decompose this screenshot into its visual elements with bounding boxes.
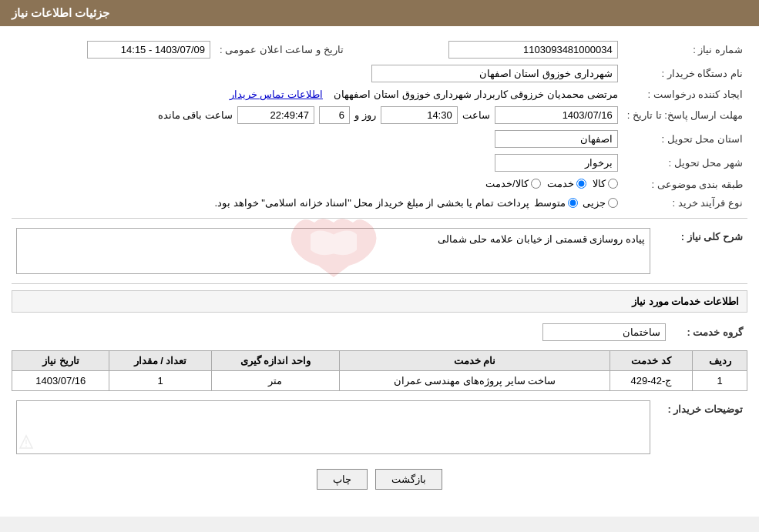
ostan-label: استان محل تحویل : (623, 127, 747, 151)
nooe-jozei-label: جزیی (583, 197, 606, 209)
tozihat-table: توضیحات خریدار : (12, 397, 747, 457)
nooe-farayand-cell: جزیی متوسط پرداخت تمام یا بخشی از مبلغ خ… (12, 194, 623, 212)
tabaqe-kala-radio[interactable] (608, 179, 618, 189)
ijad-cell: مرتضی محمدیان خرزوقی کاربردار شهرداری خو… (12, 85, 623, 103)
tabaqe-khedmat-radio[interactable] (576, 179, 586, 189)
col-tedad: تعداد / مقدار (109, 351, 211, 371)
info-table: شماره نیاز : 1103093481000034 تاریخ و سا… (12, 38, 747, 212)
mohlat-time-label: ساعت (462, 109, 490, 121)
services-table-head: ردیف کد خدمت نام خدمت واحد اندازه گیری ت… (12, 351, 747, 371)
nooe-jozei: جزیی (583, 197, 618, 209)
grohe-value: ساختمان (542, 323, 666, 341)
bottom-buttons: بازگشت چاپ (12, 469, 747, 505)
tozihat-watermark (18, 434, 34, 452)
nam-dastgah-label: نام دستگاه خریدار : (623, 62, 747, 85)
shahr-cell: برخوار (12, 151, 623, 175)
tarikh-cell: 1403/07/09 - 14:15 (12, 38, 215, 62)
tabaqe-kala: کالا (593, 178, 618, 189)
table-cell-tedad: 1 (109, 371, 211, 391)
ostan-cell: اصفهان (12, 127, 623, 151)
sharh-table: شرح کلی نیاز : پیاده روسازی قسمتی از خیا… (12, 225, 747, 277)
tabaqe-kala-khedmat: کالا/خدمت (485, 178, 541, 189)
tozihat-row: توضیحات خریدار : (12, 397, 747, 457)
tabaqe-khedmat: خدمت (547, 178, 586, 189)
ostan-value: اصفهان (495, 130, 618, 148)
print-button[interactable]: چاپ (317, 469, 368, 490)
tabaqe-cell: کالا خدمت کالا/خدمت (12, 175, 623, 194)
grohe-cell: ساختمان (12, 320, 670, 344)
nam-dastgah-cell: شهرداری خوزوق استان اصفهان (12, 62, 623, 85)
tarikh-value: 1403/07/09 - 14:15 (87, 41, 210, 59)
shomara-niaz-value: 1103093481000034 (448, 41, 618, 59)
contact-link[interactable]: اطلاعات تماس خریدار (230, 89, 323, 100)
tabaqe-khedmat-label: خدمت (547, 178, 574, 189)
shahr-label: شهر محل تحویل : (623, 151, 747, 175)
col-radif: ردیف (693, 351, 747, 371)
svg-marker-0 (20, 436, 32, 448)
nooe-farayand-label: نوع فرآیند خرید : (623, 194, 747, 212)
nooe-motavaset-radio[interactable] (568, 198, 578, 208)
mohlat-remaining: 22:49:47 (237, 106, 314, 124)
divider-2 (12, 283, 747, 284)
nam-dastgah-value: شهرداری خوزوق استان اصفهان (371, 65, 618, 82)
row-nooe-farayand: نوع فرآیند خرید : جزیی متوسط پرداخت (12, 194, 747, 212)
tozihat-label: توضیحات خریدار : (655, 397, 747, 457)
page-wrapper: جزئیات اطلاعات نیاز شماره نیاز : 1103093… (0, 0, 759, 517)
table-row: 1ج-42-429ساخت سایر پروژه‌های مهندسی عمرا… (12, 371, 747, 391)
nooe-farayand-row: جزیی متوسط پرداخت تمام یا بخشی از مبلغ خ… (16, 197, 618, 209)
nooe-motavaset-label: متوسط (534, 197, 566, 209)
mohlat-remaining-label: ساعت باقی مانده (158, 109, 233, 121)
grohe-label: گروه خدمت : (670, 320, 747, 344)
timer-row: 1403/07/16 ساعت 14:30 روز و 6 22:49:47 س… (16, 106, 618, 124)
mohlat-days: 6 (319, 106, 350, 124)
nooe-motavaset: متوسط (534, 197, 578, 209)
watermark (272, 212, 395, 291)
mohlat-days-label: روز و (354, 109, 376, 121)
row-ostan: استان محل تحویل : اصفهان (12, 127, 747, 151)
tozihat-box (16, 400, 650, 454)
grohe-table: گروه خدمت : ساختمان (12, 320, 747, 344)
sharh-row: شرح کلی نیاز : پیاده روسازی قسمتی از خیا… (12, 225, 747, 277)
back-button[interactable]: بازگشت (375, 469, 442, 490)
sharh-label: شرح کلی نیاز : (655, 225, 747, 277)
mohlat-date: 1403/07/16 (495, 106, 618, 124)
services-header-row: ردیف کد خدمت نام خدمت واحد اندازه گیری ت… (12, 351, 747, 371)
nooe-jozei-radio[interactable] (608, 198, 618, 208)
row-shahr: شهر محل تحویل : برخوار (12, 151, 747, 175)
page-title: جزئیات اطلاعات نیاز (12, 6, 109, 19)
row-shomara-tarikh: شماره نیاز : 1103093481000034 تاریخ و سا… (12, 38, 747, 62)
col-nam: نام خدمت (340, 351, 610, 371)
table-cell-radif: 1 (693, 371, 747, 391)
table-cell-vahed: متر (211, 371, 340, 391)
tabaqe-kala-khedmat-label: کالا/خدمت (485, 178, 529, 189)
sharh-value: پیاده روسازی قسمتی از خیابان علامه حلی ش… (438, 233, 645, 245)
mohlat-cell: 1403/07/16 ساعت 14:30 روز و 6 22:49:47 س… (12, 103, 623, 127)
row-mohlat: مهلت ارسال پاسخ: تا تاریخ : 1403/07/16 س… (12, 103, 747, 127)
ijad-value: مرتضی محمدیان خرزوقی کاربردار شهرداری خو… (334, 89, 617, 100)
sharh-cell: پیاده روسازی قسمتی از خیابان علامه حلی ش… (12, 225, 655, 277)
table-cell-kod: ج-42-429 (610, 371, 693, 391)
services-table: ردیف کد خدمت نام خدمت واحد اندازه گیری ت… (12, 350, 747, 391)
tabaqe-kala-label: کالا (593, 178, 606, 189)
main-content: شماره نیاز : 1103093481000034 تاریخ و سا… (0, 26, 759, 517)
nooe-farayand-desc: پرداخت تمام یا بخشی از مبلغ خریداز محل "… (215, 197, 529, 209)
mohlat-time: 14:30 (381, 106, 458, 124)
svg-point-2 (25, 446, 27, 447)
ijad-label: ایجاد کننده درخواست : (623, 85, 747, 103)
table-cell-tarikh: 1403/07/16 (12, 371, 109, 391)
sharh-description-box: پیاده روسازی قسمتی از خیابان علامه حلی ش… (16, 228, 650, 274)
col-vahed: واحد اندازه گیری (211, 351, 340, 371)
shomara-niaz-label: شماره نیاز : (623, 38, 747, 62)
col-tarikh: تاریخ نیاز (12, 351, 109, 371)
row-nam-dastgah: نام دستگاه خریدار : شهرداری خوزوق استان … (12, 62, 747, 85)
page-header: جزئیات اطلاعات نیاز (0, 0, 759, 26)
shahr-value: برخوار (495, 154, 618, 172)
divider-1 (12, 218, 747, 219)
shomara-niaz-cell: 1103093481000034 (348, 38, 623, 62)
row-tabaqe: طبقه بندی موضوعی : کالا خدمت (12, 175, 747, 194)
row-ijad: ایجاد کننده درخواست : مرتضی محمدیان خرزو… (12, 85, 747, 103)
tozihat-cell (12, 397, 655, 457)
tabaqe-kala-khedmat-radio[interactable] (531, 179, 541, 189)
mohlat-label: مهلت ارسال پاسخ: تا تاریخ : (623, 103, 747, 127)
grohe-row: گروه خدمت : ساختمان (12, 320, 747, 344)
